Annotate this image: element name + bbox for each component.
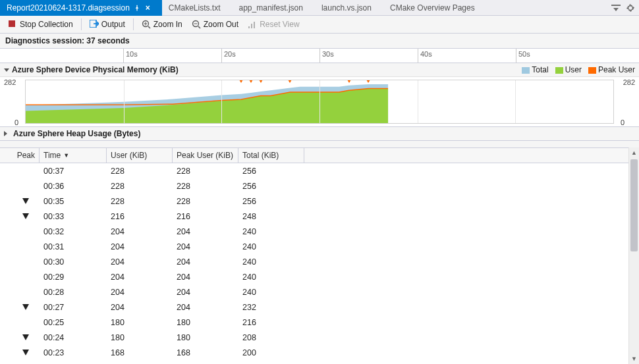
legend-user: User xyxy=(555,65,582,74)
chart-memory[interactable]: 282 0 282 0 xyxy=(0,77,639,127)
close-icon[interactable]: × xyxy=(146,3,150,13)
vertical-scrollbar[interactable]: ▲ ▼ xyxy=(628,147,639,364)
y-axis-max-left: 282 xyxy=(4,78,16,86)
column-spacer xyxy=(304,148,639,163)
y-axis-max-right: 282 xyxy=(623,78,635,86)
pin-icon[interactable] xyxy=(134,5,140,11)
legend-peak: Peak User xyxy=(588,65,635,74)
zoom-out-button[interactable]: Zoom Out xyxy=(188,18,242,31)
caret-down-icon xyxy=(4,68,9,72)
svg-line-5 xyxy=(148,26,150,28)
reset-view-button[interactable]: Reset View xyxy=(244,18,303,31)
flag-marker-icon xyxy=(22,213,29,219)
output-icon xyxy=(90,20,99,29)
document-tabs: Report20210624-1317.diagsession × CMakeL… xyxy=(0,0,639,16)
table-row[interactable]: 00:33216216248 xyxy=(0,209,639,224)
flag-marker-icon xyxy=(22,304,29,310)
tab-app-manifest[interactable]: app_manifest.json xyxy=(233,0,315,16)
sort-desc-icon: ▼ xyxy=(63,152,69,159)
memory-table: Peak Time▼ User (KiB) Peak User (KiB) To… xyxy=(0,147,639,364)
scroll-up-icon[interactable]: ▲ xyxy=(629,147,639,158)
svg-marker-1 xyxy=(613,8,619,11)
stop-icon xyxy=(8,20,17,29)
svg-rect-0 xyxy=(611,5,621,6)
table-row[interactable]: 00:30204204240 xyxy=(0,254,639,269)
chart-legend: Total User Peak User xyxy=(522,65,635,74)
y-axis-min-right: 0 xyxy=(621,118,625,126)
svg-rect-13 xyxy=(254,22,255,28)
tab-tools xyxy=(611,3,639,13)
tab-active-report[interactable]: Report20210624-1317.diagsession × xyxy=(0,0,162,16)
separator xyxy=(133,18,134,30)
session-label: Diagnostics session: 37 seconds xyxy=(0,34,639,49)
table-body: 00:3722822825600:3622822825600:352282282… xyxy=(0,163,639,364)
table-row[interactable]: 00:28204204240 xyxy=(0,284,639,299)
column-peak[interactable]: Peak xyxy=(0,148,40,163)
table-row[interactable]: 00:27204204232 xyxy=(0,299,639,315)
diagnostics-toolbar: Stop Collection Output Zoom In Zoom Out … xyxy=(0,16,639,34)
flag-marker-icon xyxy=(22,198,29,204)
svg-rect-11 xyxy=(248,26,250,28)
chart-heap-header[interactable]: Azure Sphere Heap Usage (Bytes) xyxy=(0,127,639,141)
zoom-out-icon xyxy=(192,20,201,29)
chart-memory-header[interactable]: Azure Sphere Device Physical Memory (KiB… xyxy=(0,63,639,77)
tab-label: Report20210624-1317.diagsession xyxy=(7,3,130,13)
output-button[interactable]: Output xyxy=(86,18,129,31)
tab-cmakelists[interactable]: CMakeLists.txt xyxy=(162,0,233,16)
ruler-tick: 20s xyxy=(221,49,236,63)
table-row[interactable]: 00:25180180216 xyxy=(0,315,639,330)
stop-collection-button[interactable]: Stop Collection xyxy=(4,18,77,31)
column-peak-user[interactable]: Peak User (KiB) xyxy=(173,148,238,163)
tab-launch-vs[interactable]: launch.vs.json xyxy=(315,0,383,16)
legend-total: Total xyxy=(522,65,548,74)
time-ruler[interactable]: 10s20s30s40s50s xyxy=(0,49,639,63)
table-row[interactable]: 00:29204204240 xyxy=(0,269,639,284)
table-row[interactable]: 00:31204204240 xyxy=(0,239,639,254)
ruler-tick: 50s xyxy=(516,49,530,63)
separator xyxy=(81,18,82,30)
tab-overflow-icon[interactable] xyxy=(611,5,621,11)
table-row[interactable]: 00:24180180208 xyxy=(0,330,639,345)
svg-line-9 xyxy=(198,26,200,28)
gear-icon[interactable] xyxy=(626,3,635,13)
flag-marker-icon xyxy=(22,350,29,355)
table-row[interactable]: 00:36228228256 xyxy=(0,178,639,194)
zoom-in-icon xyxy=(142,20,151,29)
table-row[interactable]: 00:37228228256 xyxy=(0,163,639,178)
ruler-tick: 40s xyxy=(418,49,432,63)
svg-rect-12 xyxy=(251,24,252,28)
column-user[interactable]: User (KiB) xyxy=(107,148,173,163)
y-axis-min-left: 0 xyxy=(14,118,18,126)
table-header: Peak Time▼ User (KiB) Peak User (KiB) To… xyxy=(0,147,639,163)
reset-view-icon xyxy=(248,20,257,29)
table-row[interactable]: 00:23168168200 xyxy=(0,345,639,360)
scroll-thumb[interactable] xyxy=(630,159,638,251)
flag-marker-icon xyxy=(22,334,29,340)
svg-rect-2 xyxy=(9,20,15,27)
table-row[interactable]: 00:35228228256 xyxy=(0,194,639,209)
scroll-down-icon[interactable]: ▼ xyxy=(629,353,639,364)
table-row[interactable]: 00:32204204240 xyxy=(0,224,639,239)
ruler-tick: 30s xyxy=(320,49,334,63)
column-time[interactable]: Time▼ xyxy=(40,148,107,163)
column-total[interactable]: Total (KiB) xyxy=(238,148,304,163)
tab-cmake-overview[interactable]: CMake Overview Pages xyxy=(383,0,487,16)
zoom-in-button[interactable]: Zoom In xyxy=(138,18,186,31)
ruler-tick: 10s xyxy=(123,49,138,63)
caret-right-icon xyxy=(4,131,10,136)
table-row[interactable]: 00:22156156192 xyxy=(0,360,639,364)
